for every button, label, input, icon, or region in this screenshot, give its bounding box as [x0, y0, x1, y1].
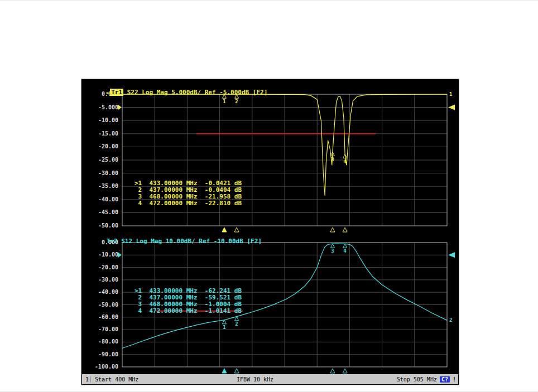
y-axis-label: -50.00 — [81, 302, 118, 308]
stop-frequency[interactable]: Stop 505 MHz — [397, 376, 437, 383]
y-axis-label: -20.00 — [81, 264, 118, 271]
marker-stimulus-triangle[interactable] — [234, 369, 239, 373]
y-axis-label: -25.00 — [81, 157, 118, 163]
trace2-title[interactable]: Tr2 S12 Log Mag 10.00dB/ Ref -10.00dB [F… — [84, 230, 262, 252]
y-axis-label: -100.00 — [81, 364, 118, 370]
marker-stimulus-triangle[interactable] — [222, 369, 227, 373]
ref-level-triangle-right — [448, 252, 455, 258]
marker-stimulus-triangle[interactable] — [343, 369, 347, 373]
ifbw-value[interactable]: IFBW 10 kHz — [237, 376, 273, 383]
trace1-y-axis-labels: 0.000-5.000-10.00-15.00-20.00-25.00-30.0… — [81, 91, 119, 230]
trace1-title[interactable]: ►Tr1 S22 Log Mag 5.000dB/ Ref -5.000dB [… — [84, 81, 267, 103]
y-axis-label: -70.00 — [81, 326, 118, 333]
trace1-title-text: S22 Log Mag 5.000dB/ Ref -5.000dB [F2] — [123, 89, 267, 96]
cal-status-badge: C? — [440, 376, 450, 383]
y-axis-label: -40.00 — [81, 196, 118, 203]
trace-number-right-edge: 2 — [449, 317, 452, 323]
tr1-graph-svg: 12341 — [118, 91, 456, 234]
trace1-marker-readout: >1 433.00000 MHz -0.0421 dB 2 437.00000 … — [134, 180, 242, 207]
marker-stimulus-triangle[interactable] — [330, 228, 335, 232]
marker-symbol[interactable] — [222, 320, 226, 324]
marker-number: 3 — [331, 248, 334, 254]
y-axis-label: -30.00 — [81, 277, 118, 283]
y-axis-label: -15.00 — [81, 130, 118, 137]
marker-readout-row: 4 472.00000 MHz -22.810 dB — [134, 200, 242, 207]
y-axis-label: -35.00 — [81, 183, 118, 190]
marker-stimulus-triangle[interactable] — [330, 369, 335, 373]
status-bar: 1 Start 400 MHz IFBW 10 kHz Stop 505 MHz… — [82, 374, 458, 384]
document-page: ►Tr1 S22 Log Mag 5.000dB/ Ref -5.000dB [… — [0, 0, 538, 392]
y-axis-label: -90.00 — [81, 351, 118, 358]
y-axis-label: -10.00 — [81, 117, 118, 124]
marker-symbol[interactable] — [343, 244, 347, 248]
marker-symbol[interactable] — [330, 244, 334, 248]
trace2-badge: Tr2 — [107, 238, 118, 245]
marker-number: 2 — [235, 321, 238, 327]
marker-number: 4 — [343, 248, 347, 254]
trace1-graph[interactable]: 12341 — [118, 91, 456, 234]
y-axis-label: -80.00 — [81, 338, 118, 345]
marker-readout-row: 4 472.00000 MHz -1.0141 dB — [134, 308, 242, 314]
active-trace-arrow-icon: ► — [107, 90, 109, 95]
trace2-marker-readout: >1 433.00000 MHz -62.241 dB 2 437.00000 … — [134, 288, 242, 314]
trace-number-right-edge: 1 — [449, 91, 452, 97]
y-axis-label: -30.00 — [81, 170, 118, 177]
y-axis-label: -20.00 — [81, 143, 118, 150]
y-axis-label: -60.00 — [81, 314, 118, 321]
trace1-badge: Tr1 — [110, 89, 123, 96]
channel-number: 1 — [84, 376, 91, 383]
trace2-y-axis-labels: 0.000-10.00-20.00-30.00-40.00-50.00-60.0… — [81, 239, 119, 373]
ref-level-triangle-right — [448, 105, 455, 110]
y-axis-label: -50.00 — [81, 222, 118, 229]
y-axis-label: -45.00 — [81, 209, 118, 216]
marker-number: 3 — [331, 157, 334, 162]
start-frequency[interactable]: Start 400 MHz — [95, 376, 138, 383]
marker-stimulus-triangle[interactable] — [343, 228, 347, 232]
page-top-rule — [0, 1, 538, 1]
warning-indicator: ! — [453, 376, 457, 383]
y-axis-label: -10.00 — [81, 251, 118, 258]
marker-number: 1 — [223, 325, 225, 330]
vna-screen: ►Tr1 S22 Log Mag 5.000dB/ Ref -5.000dB [… — [81, 79, 459, 385]
trace2-title-text: S12 Log Mag 10.00dB/ Ref -10.00dB [F2] — [118, 238, 262, 245]
marker-number: 4 — [343, 159, 347, 164]
y-axis-label: -40.00 — [81, 289, 118, 296]
page-bottom-rule — [0, 391, 538, 391]
y-axis-label: -5.000 — [81, 104, 118, 111]
